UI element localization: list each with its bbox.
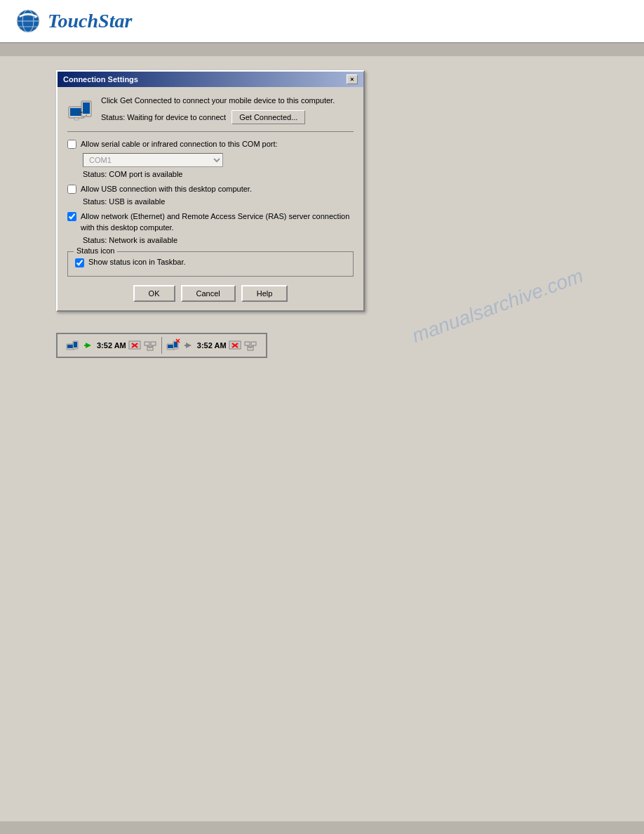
network-checkbox-row: Allow network (Ethernet) and Remote Acce… (67, 211, 354, 233)
group-box-label: Status icon (74, 246, 117, 255)
svg-rect-16 (74, 342, 77, 348)
help-button[interactable]: Help (241, 285, 288, 302)
header: TouchStar (0, 0, 644, 44)
connect-text-area: Click Get Connected to connect your mobi… (101, 95, 354, 124)
svg-rect-40 (245, 342, 250, 345)
device-icon (67, 95, 94, 122)
network-status-label: Status: Network is available (83, 236, 354, 244)
usb-checkbox-row: Allow USB connection with this desktop c… (67, 184, 354, 194)
taskbar-disconnect-icon-1 (128, 338, 142, 352)
svg-rect-41 (251, 342, 256, 345)
com-status-label: Status: COM port is available (83, 170, 354, 178)
com-port-select[interactable]: COM1 (83, 153, 223, 167)
usb-checkbox-label: Allow USB connection with this desktop c… (81, 184, 252, 194)
taskbar-device-icon-2 (166, 338, 180, 352)
waiting-status-label: Status: Waiting for device to connect (101, 113, 226, 121)
logo-text: TouchStar (48, 10, 132, 32)
svg-point-11 (86, 114, 87, 116)
network-checkbox-label: Allow network (Ethernet) and Remote Acce… (81, 211, 354, 233)
usb-section: Allow USB connection with this desktop c… (67, 184, 354, 206)
sub-header-bar (0, 44, 644, 56)
status-icon-group: Status icon Show status icon in Taskbar. (67, 251, 354, 277)
taskbar-time-1: 3:52 AM (97, 341, 126, 350)
svg-rect-35 (185, 345, 189, 346)
serial-section: Allow serial cable or infrared connectio… (67, 139, 354, 178)
connection-settings-dialog: Connection Settings × (56, 70, 365, 312)
serial-checkbox[interactable] (67, 140, 76, 149)
svg-rect-8 (74, 118, 79, 120)
taskbar-network-icon-1 (143, 338, 157, 352)
taskbar-arrow-icon-1 (81, 338, 95, 352)
ok-button[interactable]: OK (133, 285, 175, 302)
dialog-body: Click Get Connected to connect your mobi… (58, 87, 363, 310)
taskbar-group-2: 3:52 AM (162, 337, 262, 354)
svg-rect-31 (174, 342, 177, 348)
get-connected-button[interactable]: Get Connected... (232, 110, 305, 124)
taskbar-network-icon-2 (243, 338, 257, 352)
connect-section: Click Get Connected to connect your mobi… (67, 95, 354, 132)
com-select-row: COM1 (83, 153, 354, 167)
dialog-titlebar: Connection Settings × (58, 72, 363, 87)
logo-globe-icon (14, 7, 42, 35)
dialog-buttons: OK Cancel Help (67, 285, 354, 302)
usb-status-label: Status: USB is available (83, 197, 354, 206)
connect-status-row: Status: Waiting for device to connect Ge… (101, 110, 354, 124)
svg-rect-10 (83, 102, 90, 114)
svg-rect-25 (147, 347, 153, 350)
footer-bar (0, 821, 644, 834)
svg-rect-23 (145, 342, 149, 345)
serial-checkbox-label: Allow serial cable or infrared connectio… (81, 139, 278, 150)
usb-checkbox[interactable] (67, 185, 76, 194)
svg-rect-42 (248, 347, 253, 350)
main-content: manualsarchive.com Connection Settings × (0, 56, 644, 688)
show-icon-row: Show status icon in Taskbar. (75, 258, 346, 267)
taskbar-arrow-icon-2 (182, 338, 196, 352)
svg-rect-24 (151, 342, 156, 345)
taskbar-examples-container: 3:52 AM (56, 333, 267, 358)
svg-rect-18 (84, 345, 88, 346)
dialog-close-button[interactable]: × (347, 74, 358, 84)
taskbar-section: 3:52 AM (56, 333, 588, 358)
dialog-title: Connection Settings (63, 75, 138, 84)
cancel-button[interactable]: Cancel (181, 285, 236, 302)
connect-description: Click Get Connected to connect your mobi… (101, 95, 354, 106)
logo-container: TouchStar (14, 7, 132, 35)
network-section: Allow network (Ethernet) and Remote Acce… (67, 211, 354, 244)
taskbar-group-1: 3:52 AM (62, 337, 162, 354)
show-icon-checkbox[interactable] (75, 258, 84, 267)
taskbar-device-icon-1 (66, 338, 80, 352)
network-checkbox[interactable] (67, 212, 76, 221)
show-icon-label: Show status icon in Taskbar. (88, 258, 186, 266)
taskbar-disconnect-icon-2 (228, 338, 242, 352)
serial-checkbox-row: Allow serial cable or infrared connectio… (67, 139, 354, 150)
taskbar-time-2: 3:52 AM (197, 341, 227, 350)
